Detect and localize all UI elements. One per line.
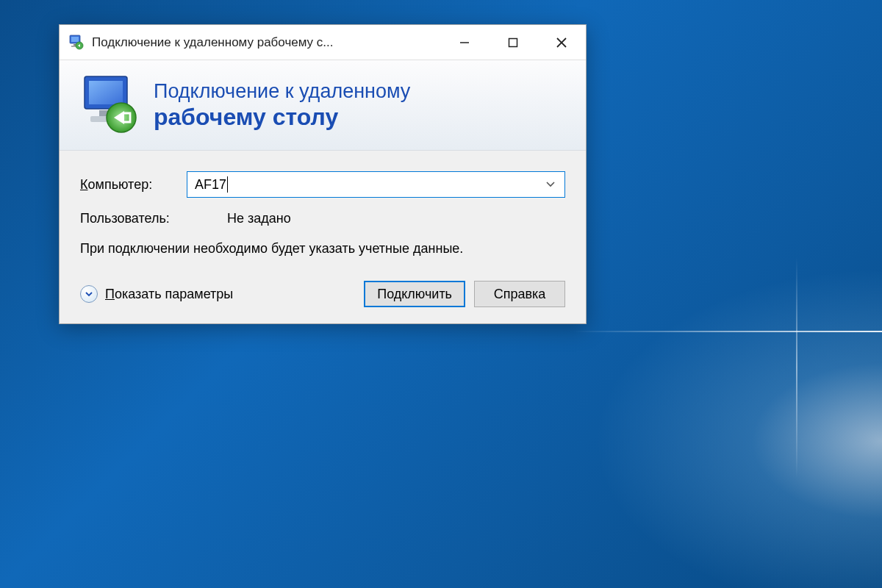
window-title: Подключение к удаленному рабочему с... — [92, 35, 440, 50]
user-label: Пользователь: — [80, 211, 227, 226]
header-banner: Подключение к удаленному рабочему столу — [60, 60, 586, 151]
computer-label: Компьютер: — [80, 177, 187, 193]
header-title-2: рабочему столу — [154, 103, 410, 131]
expand-down-icon — [80, 285, 98, 303]
svg-rect-10 — [89, 81, 123, 104]
svg-rect-1 — [71, 37, 79, 42]
titlebar[interactable]: Подключение к удаленному рабочему с... — [60, 25, 586, 60]
app-icon — [68, 35, 85, 51]
text-caret — [227, 176, 228, 193]
show-options-toggle[interactable]: Показать параметры — [80, 285, 355, 303]
dialog-body: Компьютер: AF17 Пользователь: Не задано … — [60, 151, 586, 323]
chevron-down-icon[interactable] — [544, 182, 557, 187]
rdp-icon — [77, 74, 143, 137]
computer-combobox[interactable]: AF17 — [187, 171, 565, 198]
connect-button[interactable]: Подключить — [364, 281, 465, 307]
user-value: Не задано — [227, 211, 291, 226]
close-button[interactable] — [537, 25, 586, 60]
rdp-dialog: Подключение к удаленному рабочему с... — [59, 24, 587, 324]
credentials-info: При подключении необходимо будет указать… — [80, 240, 565, 257]
show-options-label: Показать параметры — [105, 287, 233, 302]
svg-rect-6 — [509, 38, 517, 46]
help-button[interactable]: Справка — [474, 281, 565, 307]
header-title-1: Подключение к удаленному — [154, 79, 410, 103]
maximize-button[interactable] — [489, 25, 537, 60]
minimize-button[interactable] — [440, 25, 489, 60]
computer-value: AF17 — [195, 177, 226, 193]
